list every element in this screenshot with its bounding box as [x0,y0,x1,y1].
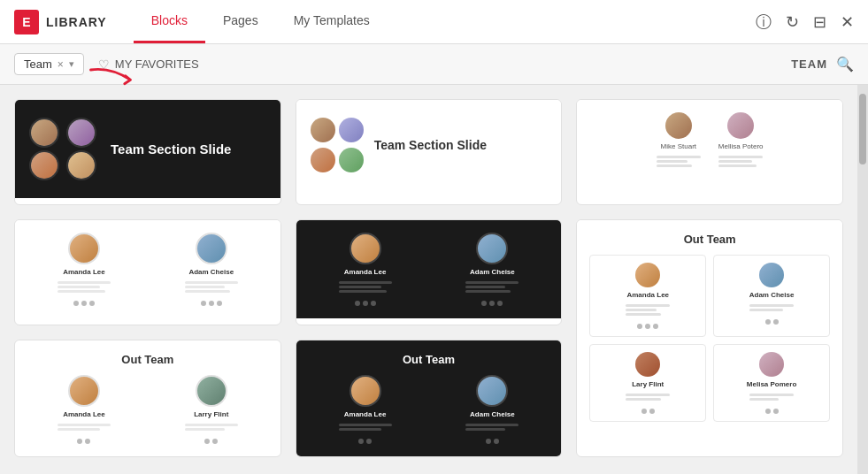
dark-member-lines-2 [465,279,518,294]
member-card-1: Amanda Lee [27,233,141,306]
avatar-sm-2 [339,118,364,142]
avatar-3 [29,150,59,180]
filter-clear-button[interactable]: × [58,58,64,71]
card1-content: Team Section Slide [15,100,280,198]
template-card-4[interactable]: Amanda Lee [14,219,281,325]
template-card-8[interactable]: Out Team Amanda Lee [296,340,563,457]
member-row: Amanda Lee [27,233,268,306]
card7-member-row: Amanda Lee Larry Flint [27,375,268,444]
mini-line [626,313,661,316]
avatar-sm-4 [339,148,364,172]
member-line [185,428,225,431]
dark-social-dot [358,439,364,444]
mini-person-2: Mellisa Potero [718,112,764,169]
mini-person-1: Mike Stuart [657,112,701,169]
logo-area: E LIBRARY [14,10,107,34]
team-box-social-4 [765,409,779,414]
card8-avatar-1 [350,375,381,407]
dark-member-line [465,290,511,293]
team-box-avatar-2 [759,263,784,287]
template-card-1[interactable]: Team Section Slide [14,99,281,205]
template-card-7[interactable]: Out Team Amanda Lee [14,340,281,457]
avatar-row-2 [311,148,364,172]
dark-member-lines-1 [339,279,392,294]
avatars-row [311,118,364,172]
card8-social-1 [358,439,372,444]
card7-avatar-2 [196,375,227,407]
refresh-icon[interactable]: ↻ [786,12,799,32]
red-arrow-indicator [80,62,142,102]
team-box-avatar-1 [635,263,660,287]
dark-member-name-1: Amanda Lee [344,268,387,276]
mini-lines-1 [657,154,701,169]
member-avatar-2 [196,233,227,264]
info-icon[interactable]: ⓘ [756,11,772,33]
team-box-name-4: Melisa Pomero [747,380,796,388]
tabs: Blocks Pages My Templates [134,0,756,43]
template-card-2[interactable]: Team Section Slide [296,99,563,205]
member-lines-2 [185,279,238,294]
team-box-3: Lary Flint [589,344,706,422]
team-box-social-1 [637,324,658,329]
social-dot [89,301,95,306]
social-dot [649,409,655,414]
social-dot [81,301,87,306]
filter-dropdown-arrow[interactable]: ▾ [69,58,74,70]
avatar-4 [66,150,96,180]
mini-line [749,304,794,307]
team-box-lines-2 [749,302,794,313]
mini-line [626,304,670,307]
card2-content: Team Section Slide [296,100,562,190]
member-line [185,281,238,284]
team-box-social-3 [641,409,655,414]
dark-social-dot [355,301,360,306]
card7-name-2: Larry Flint [194,410,228,418]
two-col-mini: Mike Stuart Mellisa Potero [589,112,830,169]
mini-line [626,394,670,396]
app-title: LIBRARY [46,15,107,29]
close-icon[interactable]: ✕ [841,12,854,32]
header-actions: ⓘ ↻ ⊟ ✕ [756,11,854,33]
save-icon[interactable]: ⊟ [813,12,826,32]
dark-social-dot [486,439,491,444]
social-dot [204,439,210,444]
card2-text: Team Section Slide [374,138,487,152]
tab-pages[interactable]: Pages [205,0,276,43]
member-line [58,290,105,293]
template-card-5[interactable]: Amanda Lee [296,219,563,325]
team-box-name-2: Adam Cheise [749,291,795,299]
dark-social-dot [371,301,376,306]
card7-avatar-1 [68,375,100,407]
social-dot [765,319,771,325]
team-box-2: Adam Cheise [713,255,830,337]
card6-content: Out Team Amanda Lee [577,220,842,434]
dark-member-avatar-2 [476,233,508,264]
mini-line [657,160,687,163]
template-card-3[interactable]: Mike Stuart Mellisa Potero [576,99,843,205]
dark-member-line [339,281,392,284]
dark-member-line [465,286,505,288]
scrollbar[interactable] [857,85,868,474]
out-team-title-7: Out Team [27,353,268,366]
dark-member-line [339,424,392,426]
dark-member-card-1: Amanda Lee [309,233,422,306]
member-name-2: Adam Cheise [188,268,234,276]
dark-member-social-1 [355,301,376,306]
tab-blocks[interactable]: Blocks [134,0,205,43]
member-social-2 [201,301,222,306]
filter-tag[interactable]: Team × ▾ [14,53,84,75]
team-box-name-1: Amanda Lee [626,291,669,299]
scrollbar-thumb[interactable] [859,94,866,164]
two-by-two-grid: Amanda Lee [589,255,830,422]
template-card-6[interactable]: Out Team Amanda Lee [576,219,843,457]
dark-member-name-2: Adam Cheise [470,268,515,276]
team-box-lines-1 [626,302,670,317]
member-line [58,428,100,431]
mini-avatar-1 [665,112,692,139]
card8-member-1: Amanda Lee [309,375,422,444]
tab-my-templates[interactable]: My Templates [276,0,388,43]
card7-content: Out Team Amanda Lee [15,340,280,456]
filter-value: Team [24,57,52,71]
search-icon[interactable]: 🔍 [836,56,854,73]
card5-content: Amanda Lee [296,220,562,318]
